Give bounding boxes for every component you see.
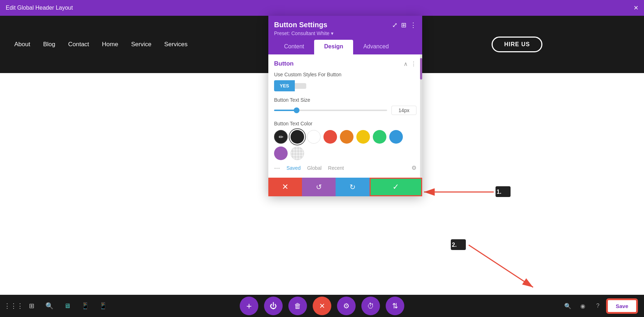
slider-fill <box>274 110 297 111</box>
title-bar: Edit Global Header Layout × <box>0 0 644 16</box>
color-label: Button Text Color <box>274 121 416 126</box>
panel-scrollbar-thumb <box>420 58 422 80</box>
panel-header-icons: ⤢ ⊞ ⋮ <box>392 21 416 29</box>
panel-header: Button Settings ⤢ ⊞ ⋮ Preset: Consultant… <box>268 16 422 54</box>
custom-styles-label: Use Custom Styles For Button <box>274 72 416 77</box>
nav-item-services[interactable]: Services <box>164 41 187 48</box>
panel-title: Button Settings <box>274 21 327 29</box>
nav-item-home[interactable]: Home <box>102 41 118 48</box>
layout-button[interactable]: ⇅ <box>386 297 404 315</box>
toggle-no-button[interactable] <box>295 83 306 89</box>
bottom-right-tools: 🔍 ◉ ? Save <box>562 299 637 313</box>
custom-styles-toggle-row: YES <box>274 80 416 91</box>
desktop-icon[interactable]: 🖥 <box>61 299 74 312</box>
delete-button[interactable]: 🗑 <box>288 297 307 315</box>
color-swatch-blue[interactable] <box>389 130 403 144</box>
title-bar-text: Edit Global Header Layout <box>6 5 73 11</box>
color-tab-recent[interactable]: Recent <box>328 165 344 171</box>
mobile-icon[interactable]: 📱 <box>97 299 109 312</box>
close-button[interactable]: ✕ <box>313 297 331 315</box>
slider-value[interactable]: 14px <box>391 106 416 115</box>
eyedropper-icon: ✏ <box>279 134 283 140</box>
search-bottom-icon[interactable]: 🔍 <box>562 300 574 312</box>
panel-actions: ✕ ↺ ↻ ✓ <box>268 178 422 196</box>
slider-track[interactable] <box>274 110 387 111</box>
tablet-icon[interactable]: 📱 <box>79 299 92 312</box>
color-tabs-row: ··· Saved Global Recent ⚙ <box>274 164 416 172</box>
panel-undo-button[interactable]: ↺ <box>302 178 336 196</box>
close-icon[interactable]: × <box>634 4 638 12</box>
menu-icon[interactable]: ⋮⋮⋮ <box>7 299 20 312</box>
more-options-icon[interactable]: ⋮ <box>410 21 416 29</box>
section-header: Button ∧ ⋮ <box>274 60 416 67</box>
collapse-icon[interactable]: ∧ <box>404 61 408 67</box>
grid-icon[interactable]: ⊞ <box>25 299 38 312</box>
color-tab-global[interactable]: Global <box>307 165 321 171</box>
nav-menu: About Blog Contact Home Service Services <box>14 41 187 48</box>
section-actions: ∧ ⋮ <box>404 61 416 67</box>
panel-scrollbar[interactable] <box>420 54 422 178</box>
panel-confirm-button[interactable]: ✓ <box>370 178 422 196</box>
color-swatch-green[interactable] <box>373 130 386 144</box>
expand-icon[interactable]: ⤢ <box>392 21 397 29</box>
bottom-toolbar: ⋮⋮⋮ ⊞ 🔍 🖥 📱 📱 + ⏻ 🗑 ✕ ⚙ ⏱ ⇅ 🔍 ◉ ? Save <box>0 295 644 317</box>
toggle-yes-button[interactable]: YES <box>274 80 295 91</box>
add-button[interactable]: + <box>240 297 258 315</box>
nav-item-blog[interactable]: Blog <box>43 41 55 48</box>
layout-icon[interactable]: ⊞ <box>401 21 406 29</box>
color-swatch-red[interactable] <box>323 130 337 144</box>
bottom-center-tools: + ⏻ 🗑 ✕ ⚙ ⏱ ⇅ <box>240 297 404 315</box>
history-button[interactable]: ⏱ <box>361 297 380 315</box>
text-size-label: Button Text Size <box>274 97 416 103</box>
power-button[interactable]: ⏻ <box>264 297 283 315</box>
help-icon[interactable]: ? <box>592 300 604 312</box>
color-swatch-yellow[interactable] <box>356 130 370 144</box>
tab-content[interactable]: Content <box>274 40 314 54</box>
nav-item-service[interactable]: Service <box>131 41 151 48</box>
color-swatch-white[interactable] <box>307 130 321 144</box>
tab-advanced[interactable]: Advanced <box>353 40 399 54</box>
panel-preset[interactable]: Preset: Consultant White ▾ <box>274 30 416 36</box>
save-button[interactable]: Save <box>607 299 637 313</box>
hire-us-button[interactable]: HIRE US <box>492 37 542 52</box>
panel-cancel-button[interactable]: ✕ <box>268 178 302 196</box>
search-icon[interactable]: 🔍 <box>43 299 56 312</box>
color-swatch-transparent[interactable] <box>291 147 304 160</box>
bottom-left-tools: ⋮⋮⋮ ⊞ 🔍 🖥 📱 📱 <box>7 299 109 312</box>
panel-title-row: Button Settings ⤢ ⊞ ⋮ <box>274 21 416 29</box>
color-swatch-orange[interactable] <box>340 130 353 144</box>
color-settings-icon[interactable]: ⚙ <box>411 164 416 171</box>
panel-body: Button ∧ ⋮ Use Custom Styles For Button … <box>268 54 422 178</box>
section-more-icon[interactable]: ⋮ <box>411 61 416 67</box>
color-more-dots[interactable]: ··· <box>274 164 280 172</box>
tab-design[interactable]: Design <box>314 40 353 54</box>
button-settings-panel: Button Settings ⤢ ⊞ ⋮ Preset: Consultant… <box>268 16 422 196</box>
panel-redo-button[interactable]: ↻ <box>336 178 369 196</box>
color-tab-saved[interactable]: Saved <box>287 165 301 171</box>
eyedropper-swatch[interactable]: ✏ <box>274 130 288 144</box>
panel-tabs: Content Design Advanced <box>274 40 416 54</box>
color-swatches: ✏ <box>274 130 416 160</box>
section-title: Button <box>274 60 294 67</box>
nav-item-contact[interactable]: Contact <box>68 41 89 48</box>
color-swatch-black[interactable] <box>291 130 304 144</box>
layers-icon[interactable]: ◉ <box>577 300 589 312</box>
nav-item-about[interactable]: About <box>14 41 30 48</box>
slider-thumb[interactable] <box>294 107 299 113</box>
color-swatch-purple[interactable] <box>274 147 288 160</box>
settings-button[interactable]: ⚙ <box>337 297 356 315</box>
text-size-slider-row: 14px <box>274 106 416 115</box>
